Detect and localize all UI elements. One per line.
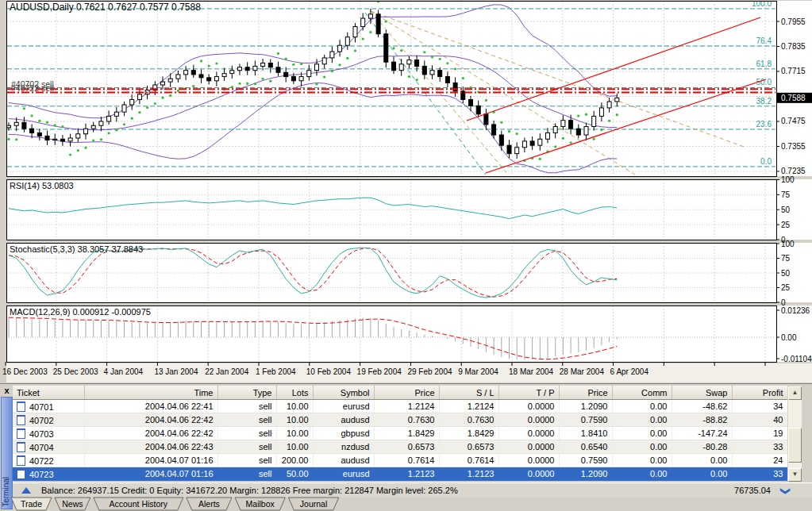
candle-body <box>53 139 57 140</box>
account-summary: Balance: 264937.15 Credit: 0 Equity: 341… <box>41 483 458 498</box>
sar-dot <box>416 79 418 81</box>
rsi-label: RSI(14) 53.0803 <box>10 181 74 190</box>
rsi-axis-label: 100 <box>781 175 795 184</box>
candle-body <box>399 64 403 71</box>
sar-dot <box>454 67 456 70</box>
sar-dot <box>131 117 133 120</box>
rsi-axis-label: 25 <box>781 221 791 229</box>
candle-body <box>561 121 565 127</box>
candle-body <box>569 121 573 129</box>
candle-body <box>376 14 380 34</box>
table-scrollbar[interactable]: ▲ ▼ <box>787 386 802 482</box>
price-axis-label: 0.7235 <box>781 167 806 175</box>
candle-body <box>45 136 49 140</box>
tab-label: Journal <box>300 499 327 509</box>
sar-dot <box>285 57 287 60</box>
cell: 2004.04.06 22:42 <box>84 427 217 440</box>
candle-body <box>60 139 64 141</box>
fibo-label: 76.4 <box>756 36 772 45</box>
terminal-sidebar: Terminal <box>1 397 13 509</box>
mt4-window: 100.076.461.850.038.223.60.0#40702 sell#… <box>0 0 812 511</box>
cell: 0.7630 <box>374 413 439 427</box>
date-label: 29 Feb 2004 <box>407 367 452 376</box>
cell: 0.0000 <box>498 413 559 427</box>
sar-dot <box>408 75 410 78</box>
sar-dot <box>339 63 341 66</box>
sar-dot <box>69 153 71 156</box>
sar-dot <box>431 56 433 58</box>
candle-body <box>207 78 211 81</box>
cell: -48.62 <box>672 400 732 413</box>
up-arrow-icon <box>21 487 31 494</box>
scrollbar-up-button[interactable]: ▲ <box>788 386 802 400</box>
macd-axis-label: 0.00 <box>781 333 797 342</box>
candle-body <box>307 71 311 77</box>
cell: nzdusd <box>313 440 374 454</box>
cell: 1.2124 <box>439 400 498 413</box>
fibo-label: 0.0 <box>760 157 772 166</box>
sar-dot <box>539 158 541 160</box>
sar-dot <box>346 57 348 60</box>
order-row-40723[interactable]: 407232004.04.07 01:16sell50.00eurusd1.21… <box>13 467 787 481</box>
chart-area[interactable]: 100.076.461.850.038.223.60.0#40702 sell#… <box>0 0 812 383</box>
cell: 10.00 <box>276 427 313 440</box>
cell: sell <box>217 400 276 413</box>
candle-body <box>222 74 226 77</box>
cell: 1.8429 <box>439 427 498 440</box>
candle-body <box>161 82 165 85</box>
sar-dot <box>446 62 448 64</box>
stochastic-axis-label: 100 <box>781 240 795 248</box>
cell: 0.0000 <box>498 454 559 467</box>
cell: sell <box>217 467 276 481</box>
cell: 1.2123 <box>439 467 498 481</box>
candle-body <box>261 63 265 66</box>
scrollbar-down-button[interactable]: ▼ <box>788 468 802 482</box>
cell: 50.00 <box>276 467 313 481</box>
candle-body <box>22 122 26 129</box>
sar-dot <box>115 129 117 131</box>
cell: 1.2124 <box>374 400 439 413</box>
macd-axis-label: 0.01236 <box>781 306 810 315</box>
cell: 19 <box>732 427 787 440</box>
order-row-40701[interactable]: 407012004.04.06 22:41sell10.00eurusd1.21… <box>13 400 787 413</box>
order-row-40702[interactable]: 407022004.04.06 22:42sell10.00audusd0.76… <box>13 413 787 427</box>
fibo-label: 38.2 <box>756 97 772 106</box>
candle-body <box>7 125 11 128</box>
cell: 1.8429 <box>374 427 439 440</box>
cell-ticket: 40701 <box>13 400 84 413</box>
candle-body <box>238 67 242 71</box>
terminal-close-button[interactable]: x <box>2 386 12 396</box>
order-row-40704[interactable]: 407042004.04.06 22:43sell10.00nzdusd0.65… <box>13 440 787 454</box>
price-axis-label: 0.7715 <box>781 67 806 75</box>
cell: audusd <box>313 454 374 467</box>
sar-dot <box>369 31 371 33</box>
column-header-swap: Swap <box>672 386 732 400</box>
cell: 0.00 <box>672 454 732 467</box>
sar-dot <box>108 132 110 134</box>
order-row-40722[interactable]: 407222004.04.07 01:16sell200.00audusd0.7… <box>13 454 787 467</box>
order-doc-icon <box>17 442 25 452</box>
cell: -147.24 <box>672 427 732 440</box>
sar-dot <box>608 120 610 122</box>
order-row-40703[interactable]: 407032004.04.06 22:42sell10.00gbpusd1.84… <box>13 427 787 440</box>
cell: sell <box>217 427 276 440</box>
collapse-chevron-icon[interactable]: ❯ <box>779 487 793 495</box>
cell: 10.00 <box>276 440 313 454</box>
sar-dot <box>23 107 25 110</box>
cell: 1.2123 <box>374 467 439 481</box>
column-header-ticket: Ticket <box>13 386 84 400</box>
cell: 0.00 <box>612 400 672 413</box>
candle-body <box>599 108 603 116</box>
column-header-time: Time <box>84 386 217 400</box>
scrollbar-thumb[interactable] <box>788 428 802 463</box>
cell: eurusd <box>313 400 374 413</box>
sar-dot <box>323 75 325 78</box>
cell: 2004.04.07 01:16 <box>84 454 217 467</box>
candle-body <box>438 71 442 77</box>
candle-body <box>538 139 542 145</box>
cell: eurusd <box>313 467 374 481</box>
sar-dot <box>200 60 202 62</box>
column-header-lots: Lots <box>276 386 313 400</box>
candle-body <box>84 129 88 134</box>
candle-body <box>592 116 596 126</box>
